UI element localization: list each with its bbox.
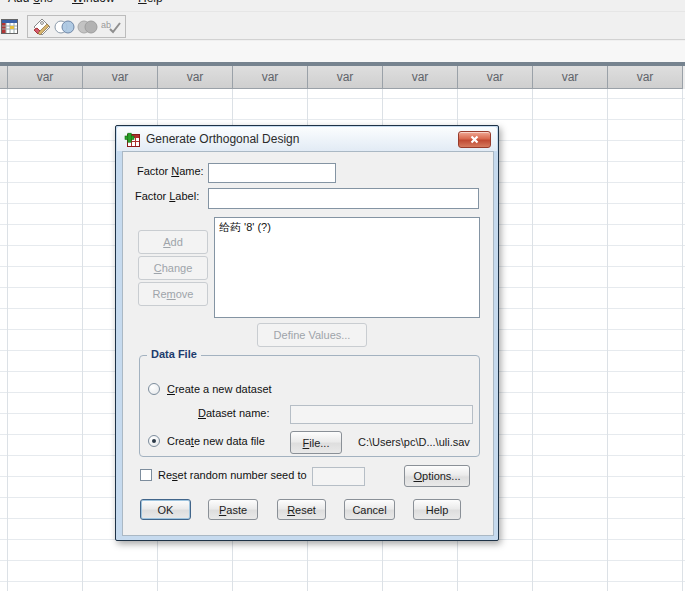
column-header-var[interactable]: var xyxy=(233,66,308,89)
dataset-name-label: Dataset name: xyxy=(198,407,270,419)
factor-name-input[interactable] xyxy=(208,163,336,183)
column-header-var[interactable]: var xyxy=(608,66,683,89)
create-new-data-file-label[interactable]: Create new data file xyxy=(167,435,265,447)
cancel-button[interactable]: Cancel xyxy=(344,499,395,520)
recall-dialogs-icon[interactable] xyxy=(0,17,20,35)
column-header-var[interactable]: var xyxy=(383,66,458,89)
menu-help[interactable]: Help xyxy=(138,0,163,5)
row-header-corner xyxy=(0,66,8,89)
column-header-var[interactable]: var xyxy=(83,66,158,89)
create-new-data-file-radio[interactable] xyxy=(148,435,160,447)
factor-label-input[interactable] xyxy=(208,188,479,209)
reset-button[interactable]: Reset xyxy=(277,499,326,520)
factor-list-item[interactable]: 给药 '8' (?) xyxy=(219,220,475,235)
close-icon xyxy=(470,135,479,144)
create-new-dataset-radio[interactable] xyxy=(148,383,160,395)
ok-button[interactable]: OK xyxy=(140,499,191,520)
help-button[interactable]: Help xyxy=(413,499,461,520)
menu-add-ons[interactable]: Add-ons xyxy=(8,0,53,5)
use-sets-icon[interactable] xyxy=(54,18,76,35)
factor-name-label: Factor Name: xyxy=(137,165,204,177)
seed-input[interactable] xyxy=(312,467,365,486)
menu-window[interactable]: Window xyxy=(72,0,115,5)
options-button[interactable]: Options... xyxy=(404,465,470,487)
column-header-var[interactable]: var xyxy=(533,66,608,89)
spell-check-icon[interactable]: ab xyxy=(100,18,122,35)
reset-seed-label[interactable]: Reset random number seed to xyxy=(158,469,307,481)
menu-bar: Add-ons Window Help xyxy=(0,0,685,9)
define-values-button[interactable]: Define Values... xyxy=(257,323,367,347)
dataset-name-input[interactable] xyxy=(290,405,473,424)
column-header-var[interactable]: var xyxy=(458,66,533,89)
dialog-title: Generate Orthogonal Design xyxy=(146,132,299,146)
data-file-group: Data File Create a new dataset Dataset n… xyxy=(139,355,480,457)
dialog-titlebar[interactable]: Generate Orthogonal Design xyxy=(117,127,497,151)
factor-list[interactable]: 给药 '8' (?) xyxy=(214,217,480,318)
paste-button[interactable]: Paste xyxy=(208,499,258,520)
column-header-var[interactable]: var xyxy=(8,66,83,89)
data-file-group-title: Data File xyxy=(147,348,201,360)
change-button[interactable]: Change xyxy=(138,256,208,280)
editor-gap xyxy=(0,41,685,62)
dialog-body: Factor Name: Factor Label: Add Change Re… xyxy=(122,151,494,536)
svg-text:ab: ab xyxy=(101,20,111,30)
factor-label-label: Factor Label: xyxy=(135,190,199,202)
toolbar: ab xyxy=(0,11,685,40)
close-button[interactable] xyxy=(458,131,491,148)
column-header-var[interactable]: var xyxy=(158,66,233,89)
create-new-dataset-label[interactable]: Create a new dataset xyxy=(167,383,272,395)
dialog-icon xyxy=(124,131,140,147)
file-button[interactable]: File... xyxy=(290,431,342,454)
column-header-var[interactable]: var xyxy=(308,66,383,89)
column-header-row: var var var var var var var var var xyxy=(0,66,685,89)
spss-data-editor: { "menu": { "items": ["Add-&ons", "&Wind… xyxy=(0,0,685,591)
data-file-path: C:\Users\pc\D...\uli.sav xyxy=(358,436,470,448)
generate-orthogonal-design-dialog: Generate Orthogonal Design Factor Name: … xyxy=(115,125,499,541)
remove-button[interactable]: Remove xyxy=(138,282,208,306)
add-button[interactable]: Add xyxy=(138,230,208,254)
use-sets-disabled-icon[interactable] xyxy=(77,18,99,35)
toolbar-group: ab xyxy=(27,15,126,38)
value-labels-icon[interactable] xyxy=(31,18,53,35)
reset-seed-checkbox[interactable] xyxy=(140,469,152,481)
